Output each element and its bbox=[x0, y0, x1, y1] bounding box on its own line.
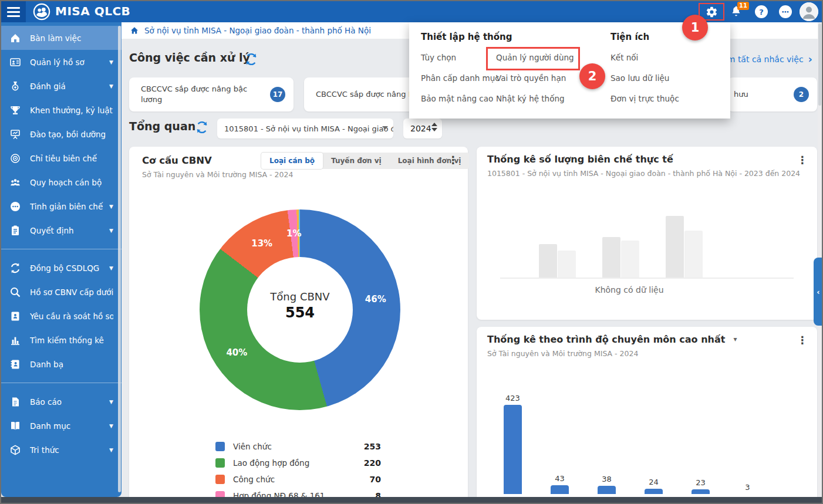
donut-card-title: Cơ cấu CBNV bbox=[142, 155, 212, 166]
sidebar-nav: Bàn làm việcQuản lý hồ sơ▼Đánh giá▼Khen … bbox=[1, 22, 122, 497]
book-icon bbox=[9, 420, 21, 432]
app-window: MISA QLCB 11 ? ⋯ 1 Bàn làm việcQuản lý h… bbox=[0, 0, 823, 504]
legend-swatch bbox=[215, 475, 225, 484]
menu-item-phan-cap-danh-muc[interactable]: Phân cấp danh mục bbox=[421, 73, 500, 83]
tasks-section-title: Công việc cần xử lý bbox=[129, 51, 250, 64]
year-spinner[interactable]: 2024 bbox=[403, 119, 442, 138]
collapse-panel-tab[interactable]: ‹ bbox=[814, 258, 823, 326]
menu-group-title: Thiết lập hệ thống bbox=[421, 32, 512, 42]
sidebar-item-quy-hoach-can-bo[interactable]: Quy hoạch cán bộ bbox=[1, 170, 122, 194]
chevron-down-icon: ▼ bbox=[109, 423, 113, 429]
sidebar-item-label: Tri thức bbox=[30, 445, 107, 455]
sidebar-item-quyet-dinh[interactable]: Quyết định▼ bbox=[1, 218, 122, 242]
home-icon[interactable] bbox=[130, 26, 139, 35]
more-options-icon[interactable]: ⋯ bbox=[779, 5, 792, 18]
sidebar-item-label: Quản lý hồ sơ bbox=[30, 57, 107, 67]
menu-item-bao-mat-nang-cao[interactable]: Bảo mật nâng cao bbox=[421, 94, 493, 103]
user-avatar[interactable] bbox=[800, 2, 818, 21]
task-count-badge: 17 bbox=[270, 87, 285, 102]
donut-kebab-menu-icon[interactable]: ⋮ bbox=[448, 154, 458, 166]
bar bbox=[551, 485, 569, 494]
doc-person-icon bbox=[9, 310, 21, 322]
people-icon bbox=[9, 177, 21, 188]
sidebar-item-danh-muc[interactable]: Danh mục▼ bbox=[1, 414, 122, 438]
donut-legend: Viên chức253Lao động hợp đồng220Công chứ… bbox=[215, 438, 381, 504]
settings-dropdown-menu: 2 Thiết lập hệ thốngTùy chọnPhân cấp dan… bbox=[409, 22, 730, 119]
annotation-step-1: 1 bbox=[682, 15, 708, 40]
legend-value: 70 bbox=[370, 475, 381, 484]
overview-section-title: Tổng quan bbox=[129, 120, 195, 133]
sidebar-item-label: Hồ sơ CBNV cấp dưới bbox=[30, 287, 113, 297]
legend-label: Viên chức bbox=[233, 442, 364, 451]
breadcrumb-text[interactable]: Sở nội vụ tỉnh MISA - Ngoại giao đoàn - … bbox=[144, 26, 371, 35]
sidebar-item-tim-kiem-thong-ke[interactable]: Tìm kiếm thống kê bbox=[1, 328, 122, 352]
year-stepper-arrows[interactable] bbox=[431, 123, 437, 131]
sidebar-item-khen-thuong-ky-luat[interactable]: Khen thưởng, kỷ luật bbox=[1, 98, 122, 122]
headcount-chart-card: Thống kê số lượng biên chế thực tế 10158… bbox=[477, 147, 817, 320]
sidebar-item-tinh-gian-bien-che[interactable]: Tinh giản biên chế▼ bbox=[1, 194, 122, 218]
menu-item-ket-noi[interactable]: Kết nối bbox=[610, 53, 638, 62]
hamburger-menu-button[interactable] bbox=[1, 1, 26, 22]
task-count-badge: 2 bbox=[794, 87, 809, 102]
donut-percent-label: 13% bbox=[251, 238, 272, 249]
sidebar-item-chi-tieu-bien-che[interactable]: Chỉ tiêu biên chế bbox=[1, 146, 122, 170]
tasks-refresh-icon[interactable] bbox=[244, 52, 258, 69]
menu-item-sao-luu-du-lieu[interactable]: Sao lưu dữ liệu bbox=[610, 73, 669, 83]
sidebar-item-danh-gia[interactable]: Đánh giá▼ bbox=[1, 74, 122, 98]
legend-item[interactable]: Viên chức253 bbox=[215, 438, 381, 455]
overview-refresh-icon[interactable] bbox=[195, 120, 209, 137]
sidebar-item-bao-cao[interactable]: Báo cáo▼ bbox=[1, 390, 122, 414]
menu-item-vai-tro-quyen-han[interactable]: Vai trò quyền hạn bbox=[496, 73, 566, 83]
donut-card-subtitle: Sở Tài nguyên và Môi trường MISA - 2024 bbox=[142, 170, 293, 179]
empty-chart-baseline bbox=[500, 278, 794, 279]
board-icon bbox=[9, 128, 21, 140]
legend-item[interactable]: Lao động hợp đồng220 bbox=[215, 455, 381, 471]
sidebar-item-yeu-cau-ra-soat-ho-so[interactable]: Yêu cầu rà soát hồ sơ bbox=[1, 304, 122, 328]
menu-group-title: Tiện ích bbox=[610, 32, 649, 42]
sidebar-scrollbar[interactable] bbox=[118, 26, 121, 492]
sidebar-item-dao-tao-boi-duong[interactable]: Đào tạo, bồi dưỡng bbox=[1, 122, 122, 146]
help-icon[interactable]: ? bbox=[755, 5, 768, 18]
placeholder-bar bbox=[558, 251, 576, 278]
trophy-icon bbox=[9, 104, 21, 116]
menu-item-nhat-ky-he-thong[interactable]: Nhật ký hệ thống bbox=[496, 94, 565, 103]
sidebar-item-dong-bo-csdlqg[interactable]: Đồng bộ CSDLQG▼ bbox=[1, 256, 122, 280]
sidebar-item-label: Chỉ tiêu biên chế bbox=[30, 154, 113, 163]
menu-item-don-vi-truc-thuoc[interactable]: Đơn vị trực thuộc bbox=[610, 94, 679, 103]
donut-chart: 46%40%13%1% Tổng CBNV 554 bbox=[200, 209, 400, 410]
sidebar-item-label: Đào tạo, bồi dưỡng bbox=[30, 130, 113, 139]
profile-icon bbox=[9, 56, 21, 68]
donut-tab-group: Loại cán bộTuyến đơn vịLoại hình đơn vị bbox=[261, 153, 469, 169]
bar bbox=[645, 489, 663, 494]
sidebar-item-tri-thuc[interactable]: Tri thức▼ bbox=[1, 438, 122, 462]
menu-item-tuy-chon[interactable]: Tùy chọn bbox=[421, 53, 456, 62]
unit-select-dropdown[interactable]: 1015801 - Sở nội vụ tỉnh MISA - Ngoại gi… bbox=[217, 119, 393, 138]
notifications-bell-icon[interactable]: 11 bbox=[730, 5, 742, 20]
task-card-nang-bac-luong[interactable]: CBCCVC sắp được nâng bậc lương17 bbox=[129, 77, 294, 111]
sidebar-item-ho-so-cbnv-cap-duoi[interactable]: Hồ sơ CBNV cấp dưới bbox=[1, 280, 122, 304]
bar bbox=[692, 489, 710, 494]
donut-tab[interactable]: Loại cán bộ bbox=[261, 153, 323, 169]
legend-label: Công chức bbox=[233, 475, 370, 484]
chevron-down-icon bbox=[382, 126, 388, 130]
notification-count-badge: 11 bbox=[737, 2, 749, 10]
sidebar-item-label: Bàn làm việc bbox=[30, 33, 113, 43]
page-scrollbar-thumb[interactable] bbox=[818, 23, 821, 106]
sidebar-item-ban-lam-viec[interactable]: Bàn làm việc bbox=[1, 26, 122, 50]
annotation-step-2: 2 bbox=[579, 63, 605, 89]
sidebar-item-danh-ba[interactable]: Danh bạ bbox=[1, 352, 122, 376]
empty-state-chart: Không có dữ liệu bbox=[477, 147, 817, 320]
search-icon bbox=[9, 286, 21, 298]
qualification-chart-card: Thống kê theo trình độ chuyên môn cao nh… bbox=[477, 327, 817, 503]
window-bottom-edge bbox=[1, 497, 822, 503]
view-all-reminders-link[interactable]: Xem tất cả nhắc việc › bbox=[717, 55, 812, 64]
app-title: MISA QLCB bbox=[55, 4, 130, 18]
donut-chart-card: Cơ cấu CBNV Sở Tài nguyên và Môi trường … bbox=[129, 147, 468, 504]
app-logo-icon bbox=[33, 3, 50, 23]
legend-item[interactable]: Công chức70 bbox=[215, 471, 381, 488]
task-card-nghi-huu[interactable]: hưu2 bbox=[728, 77, 817, 111]
donut-tab[interactable]: Tuyến đơn vị bbox=[323, 153, 390, 169]
settings-gear-icon[interactable] bbox=[706, 6, 718, 18]
home-icon bbox=[9, 32, 21, 44]
sidebar-item-quan-ly-ho-so[interactable]: Quản lý hồ sơ▼ bbox=[1, 50, 122, 74]
